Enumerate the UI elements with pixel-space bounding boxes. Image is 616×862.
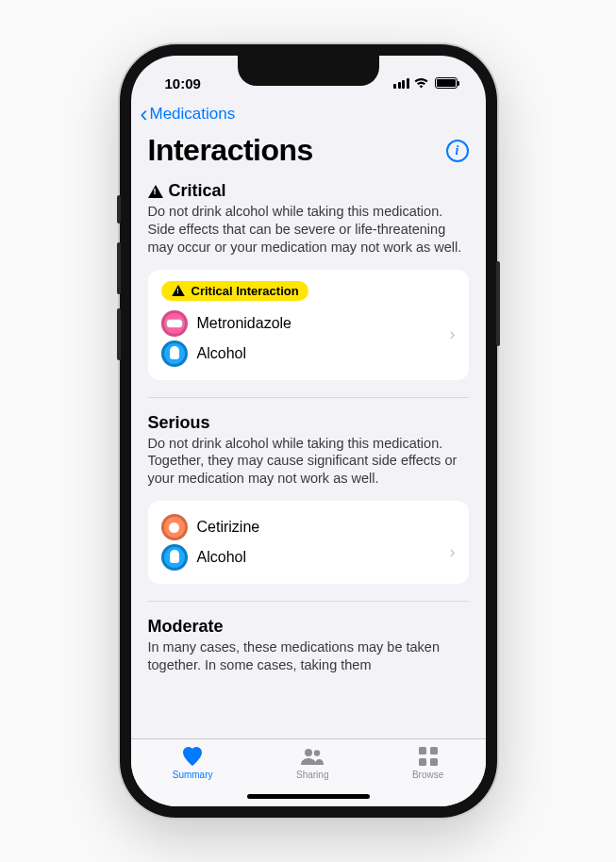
notch bbox=[238, 56, 379, 86]
svg-rect-5 bbox=[430, 758, 438, 766]
glass-icon bbox=[161, 544, 188, 571]
section-body-serious: Do not drink alcohol while taking this m… bbox=[148, 435, 469, 489]
critical-badge: Critical Interaction bbox=[161, 281, 308, 301]
tab-label: Browse bbox=[412, 770, 443, 780]
section-header-critical: Critical bbox=[148, 181, 469, 201]
heart-icon bbox=[181, 745, 204, 768]
info-icon[interactable]: i bbox=[446, 140, 469, 162]
battery-icon bbox=[435, 77, 458, 89]
wifi-icon bbox=[413, 77, 429, 89]
section-body-critical: Do not drink alcohol while taking this m… bbox=[148, 203, 469, 257]
content-area: Interactions i Critical Do not drink alc… bbox=[131, 129, 486, 738]
section-header-moderate: Moderate bbox=[148, 617, 469, 637]
svg-rect-3 bbox=[430, 747, 438, 754]
grid-icon bbox=[418, 745, 439, 768]
badge-label: Critical Interaction bbox=[191, 284, 299, 298]
chevron-right-icon: › bbox=[450, 324, 456, 344]
interaction-card-critical[interactable]: Critical Interaction Metronidazole Alcoh… bbox=[148, 270, 469, 380]
power-button bbox=[496, 261, 500, 346]
people-icon bbox=[299, 745, 325, 768]
volume-down bbox=[117, 308, 121, 360]
status-time: 10:09 bbox=[165, 75, 201, 91]
nav-bar: ‹ Medications bbox=[131, 97, 486, 129]
section-title: Critical bbox=[169, 181, 226, 201]
tab-sharing[interactable]: Sharing bbox=[296, 745, 328, 780]
screen: 10:09 ‹ Medications Interactions i Criti… bbox=[131, 56, 486, 806]
svg-rect-2 bbox=[419, 747, 426, 754]
medication-name: Cetirizine bbox=[197, 519, 260, 536]
phone-frame: 10:09 ‹ Medications Interactions i Criti… bbox=[120, 44, 497, 818]
medication-name: Alcohol bbox=[197, 549, 246, 566]
section-title: Serious bbox=[148, 413, 210, 433]
glass-icon bbox=[161, 340, 188, 367]
medication-name: Alcohol bbox=[197, 345, 246, 362]
home-indicator[interactable] bbox=[247, 794, 370, 799]
svg-point-0 bbox=[305, 749, 312, 756]
chevron-right-icon: › bbox=[450, 542, 456, 562]
volume-up bbox=[117, 242, 121, 294]
section-header-serious: Serious bbox=[148, 413, 469, 433]
tablet-icon bbox=[161, 514, 188, 540]
section-body-moderate: In many cases, these medications may be … bbox=[148, 638, 469, 674]
back-chevron-icon[interactable]: ‹ bbox=[141, 101, 148, 127]
tab-summary[interactable]: Summary bbox=[173, 745, 213, 780]
mute-switch bbox=[117, 195, 121, 224]
warning-triangle-icon bbox=[172, 285, 185, 296]
back-button[interactable]: Medications bbox=[150, 105, 236, 124]
medication-name: Metronidazole bbox=[197, 315, 292, 332]
svg-point-1 bbox=[314, 750, 320, 755]
status-icons bbox=[393, 77, 458, 89]
svg-rect-4 bbox=[419, 758, 426, 766]
interaction-card-serious[interactable]: Cetirizine Alcohol › bbox=[148, 501, 469, 584]
divider bbox=[148, 601, 469, 602]
pill-icon bbox=[161, 310, 188, 337]
tab-browse[interactable]: Browse bbox=[412, 745, 443, 780]
tab-label: Summary bbox=[173, 770, 213, 780]
page-title: Interactions bbox=[148, 133, 313, 168]
divider bbox=[148, 397, 469, 398]
tab-label: Sharing bbox=[296, 770, 328, 780]
section-title: Moderate bbox=[148, 617, 224, 637]
warning-triangle-icon bbox=[148, 185, 163, 198]
cellular-icon bbox=[393, 78, 409, 89]
